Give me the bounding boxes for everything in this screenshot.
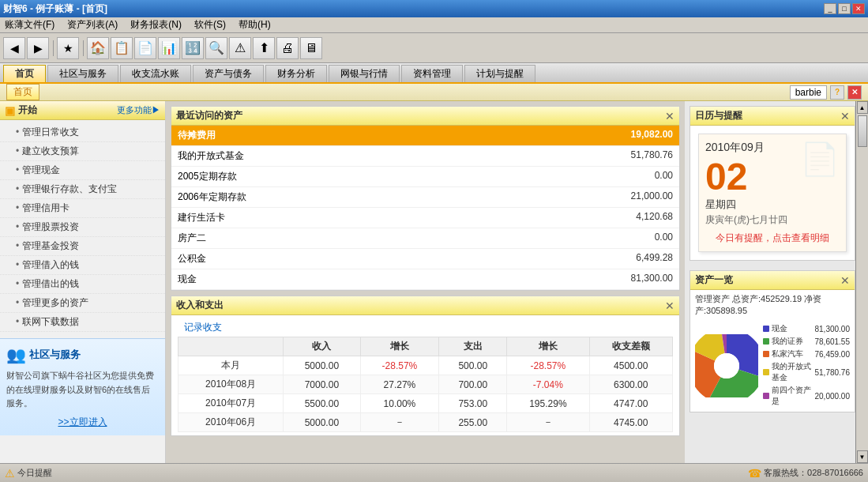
close-button[interactable]: ✕ — [852, 3, 865, 14]
asset-value-6: 6,499.28 — [636, 252, 673, 265]
user-close-button[interactable]: ✕ — [847, 85, 862, 100]
menu-download[interactable]: 联网下载数据 — [0, 313, 165, 332]
tab-cashflow[interactable]: 收支流水账 — [120, 65, 191, 82]
total-assets-value: 总资产:452529.19 — [732, 294, 802, 303]
legend-dot-3 — [763, 369, 769, 375]
user-help-button[interactable]: ? — [830, 85, 844, 100]
scrollbar-up-button[interactable]: ▲ — [857, 101, 868, 114]
calendar-close[interactable]: ✕ — [840, 111, 850, 122]
tool-4[interactable]: 📊 — [158, 37, 180, 59]
assets-pie-chart — [695, 334, 758, 397]
scrollbar-down-button[interactable]: ▼ — [857, 450, 868, 463]
asset-row-5[interactable]: 房产二 0.00 — [171, 228, 679, 249]
tool-3[interactable]: 📄 — [134, 37, 156, 59]
ie-expense-growth-0: -28.57% — [507, 356, 589, 375]
menu-file[interactable]: 账薄文件(F) — [3, 18, 56, 32]
ie-income-growth-2: 10.00% — [360, 394, 439, 413]
menu-credit[interactable]: 管理信用卡 — [0, 199, 165, 218]
menu-bank[interactable]: 管理银行存款、支付宝 — [0, 180, 165, 199]
menu-budget[interactable]: 建立收支预算 — [0, 142, 165, 161]
tab-banking[interactable]: 网银与行情 — [329, 65, 400, 82]
back-button[interactable]: ◀ — [3, 37, 25, 59]
ie-period-3: 2010年06月 — [178, 413, 284, 432]
menu-cash[interactable]: 管理现金 — [0, 161, 165, 180]
tab-analysis[interactable]: 财务分析 — [265, 65, 327, 82]
calendar-reminder-link[interactable]: 今日有提醒，点击查看明细 — [705, 232, 840, 245]
asset-name-1: 我的开放式基金 — [178, 149, 244, 163]
legend-label-2: 私家汽车 — [772, 348, 803, 360]
tab-assets[interactable]: 资产与债务 — [193, 65, 264, 82]
window-controls: _ □ ✕ — [824, 3, 865, 14]
menu-more-assets[interactable]: 管理更多的资产 — [0, 294, 165, 313]
scrollbar-track — [858, 114, 867, 450]
start-title: ▣ 开始 — [5, 104, 37, 117]
toolbar-sep-1 — [51, 37, 55, 59]
tool-2[interactable]: 📋 — [111, 37, 133, 59]
legend-item-3: 我的开放式基金 51,780.76 — [763, 361, 850, 383]
breadcrumb-home[interactable]: 首页 — [6, 84, 39, 100]
asset-value-2: 0.00 — [655, 170, 673, 183]
start-section-header: ▣ 开始 更多功能▶ — [0, 101, 165, 120]
recent-assets-title: 最近访问的资产 — [176, 109, 242, 122]
community-section: 👥 社区与服务 财智公司旗下蜗牛谷社区为您提供免费的在线理财服务以及财智6的在线… — [0, 338, 165, 435]
menu-stock[interactable]: 管理股票投资 — [0, 218, 165, 237]
favorites-button[interactable]: ★ — [57, 37, 79, 59]
tool-5[interactable]: 🔢 — [182, 37, 204, 59]
tab-home[interactable]: 首页 — [3, 65, 46, 82]
menu-help[interactable]: 帮助(H) — [237, 18, 272, 32]
title-bar: 财智6 - 例子账薄 - [首页] _ □ ✕ — [0, 0, 868, 17]
legend-val-3: 51,780.76 — [815, 368, 851, 377]
asset-row-3[interactable]: 2006年定期存款 21,000.00 — [171, 187, 679, 208]
tool-8[interactable]: ⬆ — [253, 37, 275, 59]
tool-9[interactable]: 🖨 — [276, 37, 299, 59]
menu-fund[interactable]: 管理基金投资 — [0, 237, 165, 256]
ie-balance-3: 4745.00 — [589, 413, 672, 432]
scrollbar-thumb[interactable] — [858, 115, 867, 147]
service-label: 客服热线：028-87016666 — [764, 467, 863, 479]
maximize-button[interactable]: □ — [838, 3, 851, 14]
tab-bar: 首页 社区与服务 收支流水账 资产与债务 财务分析 网银与行情 资料管理 计划与… — [0, 63, 868, 84]
minimize-button[interactable]: _ — [824, 3, 836, 14]
chart-area: 现金 81,300.00 我的证券 78,601.55 私家汽车 76,459.… — [690, 320, 855, 412]
tool-7[interactable]: ⚠ — [229, 37, 251, 59]
tab-plan[interactable]: 计划与提醒 — [464, 65, 535, 82]
menu-daily-income[interactable]: 管理日常收支 — [0, 123, 165, 142]
menu-lend[interactable]: 管理借出的钱 — [0, 275, 165, 294]
recent-assets-close[interactable]: ✕ — [665, 111, 674, 122]
income-expense-close[interactable]: ✕ — [665, 300, 674, 311]
tool-6[interactable]: 🔍 — [205, 37, 227, 59]
asset-row-1[interactable]: 我的开放式基金 51,780.76 — [171, 146, 679, 167]
menu-software[interactable]: 软件(S) — [193, 18, 227, 32]
calendar-title: 日历与提醒 — [695, 109, 742, 122]
asset-row-7[interactable]: 现金 81,300.00 — [171, 269, 679, 290]
asset-row-2[interactable]: 2005定期存款 0.00 — [171, 167, 679, 187]
community-enter-link[interactable]: >>立即进入 — [6, 416, 159, 429]
forward-button[interactable]: ▶ — [27, 37, 49, 59]
asset-row-0[interactable]: 待摊费用 19,082.00 — [171, 126, 679, 146]
tool-10[interactable]: 🖥 — [300, 37, 322, 59]
tool-1[interactable]: 🏠 — [87, 37, 109, 59]
asset-row-4[interactable]: 建行生活卡 4,120.68 — [171, 208, 679, 228]
calendar-body: 2010年09月 02 星期四 庚寅年(虎)七月廿四 📄 今日有提醒，点击查看明… — [690, 126, 855, 260]
menu-assets[interactable]: 资产列表(A) — [66, 18, 119, 32]
asset-row-6[interactable]: 公积金 6,499.28 — [171, 249, 679, 269]
left-panel: ▣ 开始 更多功能▶ 管理日常收支 建立收支预算 管理现金 管理银行存款、支付宝… — [0, 101, 166, 463]
assets-overview-widget: 资产一览 ✕ 管理资产 总资产:452529.19 净资产:305898.95 — [690, 270, 855, 412]
tab-community[interactable]: 社区与服务 — [47, 65, 118, 82]
legend-item-1: 我的证券 78,601.55 — [763, 336, 850, 347]
ie-income-1: 7000.00 — [284, 375, 360, 394]
legend-dot-0 — [763, 326, 769, 332]
tab-data[interactable]: 资料管理 — [401, 65, 463, 82]
legend-label-3: 我的开放式基金 — [772, 361, 813, 383]
ie-income-3: 5000.00 — [284, 413, 360, 432]
toolbar-sep-2 — [81, 37, 85, 59]
ie-col-income-growth: 增长 — [360, 337, 439, 356]
menu-borrow[interactable]: 管理借入的钱 — [0, 256, 165, 275]
ie-balance-0: 4500.00 — [589, 356, 672, 375]
record-income-expense-link[interactable]: 记录收支 — [178, 318, 228, 337]
assets-overview-close[interactable]: ✕ — [840, 275, 850, 286]
menu-reports[interactable]: 财务报表(N) — [129, 18, 183, 32]
more-features-link[interactable]: 更多功能▶ — [117, 104, 160, 116]
asset-name-0: 待摊费用 — [178, 129, 216, 142]
ie-expense-2: 753.00 — [439, 394, 507, 413]
